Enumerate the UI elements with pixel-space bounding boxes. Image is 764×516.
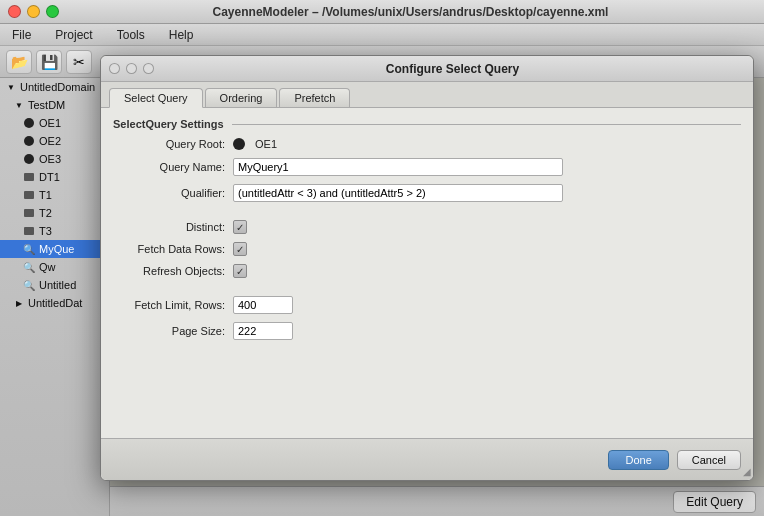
sidebar-item-dt1[interactable]: DT1: [0, 168, 109, 186]
expand-icon: ▼: [12, 98, 26, 112]
expand-icon: ▼: [4, 80, 18, 94]
query-root-row: Query Root: OE1: [113, 138, 741, 150]
edit-query-button[interactable]: Edit Query: [673, 491, 756, 513]
sidebar-label: MyQue: [39, 243, 74, 255]
sidebar-item-oe3[interactable]: OE3: [0, 150, 109, 168]
sidebar-item-testdm[interactable]: ▼ TestDM: [0, 96, 109, 114]
entity-icon: [22, 134, 36, 148]
page-size-label: Page Size:: [113, 325, 233, 337]
qualifier-row: Qualifier:: [113, 184, 741, 202]
sidebar-label: TestDM: [28, 99, 65, 111]
section-header: SelectQuery Settings: [113, 118, 741, 130]
tabs-row: Select Query Ordering Prefetch: [101, 82, 753, 108]
refresh-objects-row: Refresh Objects: ✓: [113, 264, 741, 278]
fetch-limit-label: Fetch Limit, Rows:: [113, 299, 233, 311]
dialog-title-bar: Configure Select Query: [101, 56, 753, 82]
menu-file[interactable]: File: [8, 26, 35, 44]
fetch-limit-row: Fetch Limit, Rows:: [113, 296, 741, 314]
distinct-label: Distinct:: [113, 221, 233, 233]
sidebar-item-untitled-domain[interactable]: ▼ UntitledDomain: [0, 78, 109, 96]
sidebar-item-t1[interactable]: T1: [0, 186, 109, 204]
sidebar-label: Untitled: [39, 279, 76, 291]
expand-icon: ▶: [12, 296, 26, 310]
distinct-row: Distinct: ✓: [113, 220, 741, 234]
entity-icon: [22, 116, 36, 130]
menu-help[interactable]: Help: [165, 26, 198, 44]
distinct-checkbox[interactable]: ✓: [233, 220, 247, 234]
sidebar-label: Qw: [39, 261, 56, 273]
page-size-row: Page Size:: [113, 322, 741, 340]
dialog-close-button[interactable]: [109, 63, 120, 74]
sidebar-label: T1: [39, 189, 52, 201]
sidebar-label: UntitledDomain: [20, 81, 95, 93]
sidebar-item-t2[interactable]: T2: [0, 204, 109, 222]
table-icon: [22, 188, 36, 202]
tab-prefetch[interactable]: Prefetch: [279, 88, 350, 107]
entity-dot-icon: [233, 138, 245, 150]
qualifier-label: Qualifier:: [113, 187, 233, 199]
sidebar-label: T3: [39, 225, 52, 237]
menu-bar: File Project Tools Help: [0, 24, 764, 46]
qualifier-input[interactable]: [233, 184, 563, 202]
sidebar-item-oe1[interactable]: OE1: [0, 114, 109, 132]
refresh-objects-label: Refresh Objects:: [113, 265, 233, 277]
dialog-min-button[interactable]: [126, 63, 137, 74]
tab-ordering[interactable]: Ordering: [205, 88, 278, 107]
entity-icon: [22, 152, 36, 166]
dialog-title: Configure Select Query: [160, 62, 745, 76]
bottom-bar: Edit Query: [110, 486, 764, 516]
sidebar: ▼ UntitledDomain ▼ TestDM OE1 OE2 OE3 DT…: [0, 78, 110, 516]
sidebar-item-oe2[interactable]: OE2: [0, 132, 109, 150]
query-icon: 🔍: [22, 260, 36, 274]
dialog-footer: Done Cancel: [101, 438, 753, 480]
table-icon: [22, 206, 36, 220]
save-button[interactable]: 💾: [36, 50, 62, 74]
resize-handle[interactable]: ◢: [739, 466, 751, 478]
dialog-content: SelectQuery Settings Query Root: OE1 Que…: [101, 108, 753, 438]
app-title: CayenneModeler – /Volumes/unix/Users/and…: [65, 5, 756, 19]
maximize-button[interactable]: [46, 5, 59, 18]
table-icon: [22, 224, 36, 238]
open-button[interactable]: 📂: [6, 50, 32, 74]
sidebar-item-myque[interactable]: 🔍 MyQue: [0, 240, 109, 258]
sidebar-label: OE3: [39, 153, 61, 165]
sidebar-label: OE2: [39, 135, 61, 147]
page-size-input[interactable]: [233, 322, 293, 340]
query-name-input[interactable]: [233, 158, 563, 176]
close-button[interactable]: [8, 5, 21, 18]
fetch-data-rows-label: Fetch Data Rows:: [113, 243, 233, 255]
configure-select-query-dialog: Configure Select Query Select Query Orde…: [100, 55, 754, 481]
query-name-label: Query Name:: [113, 161, 233, 173]
fetch-limit-input[interactable]: [233, 296, 293, 314]
query-root-label: Query Root:: [113, 138, 233, 150]
sidebar-label: OE1: [39, 117, 61, 129]
sidebar-label: DT1: [39, 171, 60, 183]
sidebar-label: UntitledDat: [28, 297, 82, 309]
dialog-max-button[interactable]: [143, 63, 154, 74]
done-button[interactable]: Done: [608, 450, 668, 470]
title-bar: CayenneModeler – /Volumes/unix/Users/and…: [0, 0, 764, 24]
sidebar-item-qw[interactable]: 🔍 Qw: [0, 258, 109, 276]
sidebar-item-untitled-dat[interactable]: ▶ UntitledDat: [0, 294, 109, 312]
sidebar-label: T2: [39, 207, 52, 219]
refresh-objects-checkbox[interactable]: ✓: [233, 264, 247, 278]
query-icon: 🔍: [22, 278, 36, 292]
query-icon: 🔍: [22, 242, 36, 256]
cut-button[interactable]: ✂: [66, 50, 92, 74]
menu-tools[interactable]: Tools: [113, 26, 149, 44]
sidebar-item-untitled-query[interactable]: 🔍 Untitled: [0, 276, 109, 294]
tab-select-query[interactable]: Select Query: [109, 88, 203, 108]
query-root-value: OE1: [233, 138, 277, 150]
minimize-button[interactable]: [27, 5, 40, 18]
menu-project[interactable]: Project: [51, 26, 96, 44]
cancel-button[interactable]: Cancel: [677, 450, 741, 470]
query-name-row: Query Name:: [113, 158, 741, 176]
sidebar-item-t3[interactable]: T3: [0, 222, 109, 240]
table-icon: [22, 170, 36, 184]
fetch-data-rows-checkbox[interactable]: ✓: [233, 242, 247, 256]
fetch-data-rows-row: Fetch Data Rows: ✓: [113, 242, 741, 256]
